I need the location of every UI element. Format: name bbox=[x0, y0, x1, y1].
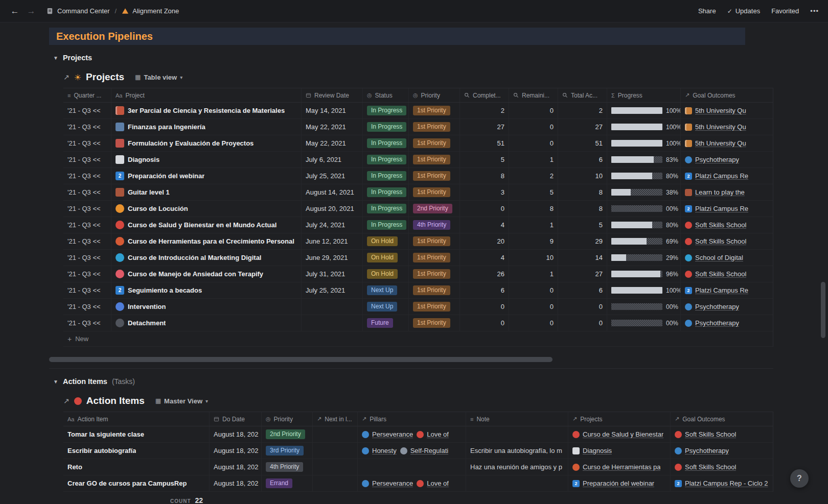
relation-item[interactable]: Honesty bbox=[362, 447, 397, 454]
cell-project[interactable]: Curso de Locución bbox=[111, 201, 302, 217]
relation-item[interactable]: 2Platzi Campus Rep - Ciclo 2 bbox=[675, 479, 768, 487]
relation-item[interactable]: 2Platzi Campus Re bbox=[685, 205, 748, 212]
column-header-project[interactable]: AaProject bbox=[111, 88, 302, 102]
column-header-goal[interactable]: ↗Goal Outcomes bbox=[681, 88, 773, 102]
cell-project[interactable]: Curso de Introducción al Marketing Digit… bbox=[111, 250, 302, 266]
cell-projects[interactable]: 2Preparación del webinar bbox=[568, 475, 671, 491]
status-badge[interactable]: On Hold bbox=[367, 253, 398, 262]
cell-status[interactable]: In Progress bbox=[363, 152, 409, 167]
projects-table-row[interactable]: '21 - Q3 <<2Preparación del webinarJuly … bbox=[63, 168, 773, 184]
column-header-total[interactable]: Total Ac... bbox=[558, 88, 607, 102]
cell-status[interactable]: In Progress bbox=[363, 184, 409, 200]
cell-status[interactable]: In Progress bbox=[363, 119, 409, 135]
projects-table-row[interactable]: '21 - Q3 <<3er Parcial de Ciencia y Resi… bbox=[63, 103, 773, 119]
relation-item[interactable]: 2Preparación del webinar bbox=[572, 479, 654, 487]
priority-badge[interactable]: 4th Priority bbox=[266, 462, 303, 472]
help-button[interactable]: ? bbox=[790, 469, 809, 488]
cell-priority[interactable]: 1st Priority bbox=[409, 282, 460, 298]
favorited-button[interactable]: Favorited bbox=[771, 7, 799, 15]
cell-status[interactable]: In Progress bbox=[363, 168, 409, 184]
cell-action-item[interactable]: Escribir autobiografía bbox=[63, 443, 210, 459]
projects-table-row[interactable]: '21 - Q3 <<DiagnosisJuly 6, 2021In Progr… bbox=[63, 152, 773, 168]
cell-priority[interactable]: 1st Priority bbox=[409, 250, 460, 266]
horizontal-scrollbar[interactable] bbox=[49, 357, 773, 362]
relation-item[interactable]: Psychotherapy bbox=[685, 303, 739, 310]
cell-project[interactable]: Diagnosis bbox=[111, 152, 302, 167]
status-badge[interactable]: In Progress bbox=[367, 204, 406, 213]
new-row-button[interactable]: + New bbox=[63, 331, 773, 347]
cell-goal-outcomes[interactable]: 2Platzi Campus Re bbox=[681, 168, 773, 184]
more-button[interactable]: ••• bbox=[810, 7, 819, 15]
cell-priority[interactable]: 1st Priority bbox=[409, 168, 460, 184]
projects-table-row[interactable]: '21 - Q3 <<DetachmentFuture1st Priority0… bbox=[63, 315, 773, 331]
actions-table-row[interactable]: Tomar la siguiente claseAugust 18, 2022n… bbox=[63, 426, 773, 443]
relation-item[interactable]: Soft Skills School bbox=[685, 270, 746, 278]
cell-priority[interactable]: Errand bbox=[262, 475, 313, 491]
priority-badge[interactable]: 1st Priority bbox=[413, 138, 450, 148]
projects-table-row[interactable]: '21 - Q3 <<Curso de Introducción al Mark… bbox=[63, 250, 773, 266]
relation-item[interactable]: 2Platzi Campus Re bbox=[685, 286, 748, 294]
projects-view-switcher[interactable]: ▦ Table view ▾ bbox=[135, 74, 182, 81]
breadcrumb-page[interactable]: Alignment Zone bbox=[132, 7, 179, 15]
cell-priority[interactable]: 4th Priority bbox=[409, 217, 460, 233]
cell-project[interactable]: Detachment bbox=[111, 315, 302, 331]
column-header-dodate[interactable]: Do Date bbox=[210, 412, 262, 426]
projects-table-row[interactable]: '21 - Q3 <<Formulación y Evaluación de P… bbox=[63, 135, 773, 152]
projects-table-row[interactable]: '21 - Q3 <<Guitar level 1August 14, 2021… bbox=[63, 184, 773, 201]
priority-badge[interactable]: 1st Priority bbox=[413, 122, 450, 132]
relation-item[interactable]: Love of bbox=[417, 430, 449, 438]
column-header-quarter[interactable]: ≡Quarter ... bbox=[63, 88, 111, 102]
cell-goal-outcomes[interactable]: Learn to play the bbox=[681, 184, 773, 200]
column-header-next[interactable]: ↗Next in l... bbox=[313, 412, 358, 426]
cell-projects[interactable]: Curso de Herramientas pa bbox=[568, 459, 671, 475]
cell-goal-outcomes[interactable]: Psychotherapy bbox=[681, 299, 773, 315]
actions-table-row[interactable]: Escribir autobiografíaAugust 18, 2023rd … bbox=[63, 443, 773, 459]
actions-view-switcher[interactable]: ▦ Master View ▾ bbox=[155, 397, 208, 405]
cell-project[interactable]: 2Seguimiento a becados bbox=[111, 282, 302, 298]
priority-badge[interactable]: 1st Priority bbox=[413, 285, 450, 295]
priority-badge[interactable]: 3rd Priority bbox=[266, 446, 304, 455]
priority-badge[interactable]: 1st Priority bbox=[413, 187, 450, 197]
relation-item[interactable]: 5th University Qu bbox=[685, 107, 746, 114]
cell-status[interactable]: Next Up bbox=[363, 282, 409, 298]
cell-status[interactable]: Next Up bbox=[363, 299, 409, 315]
relation-item[interactable]: Soft Skills School bbox=[685, 221, 746, 229]
relation-item[interactable]: Perseverance bbox=[362, 430, 413, 438]
relation-item[interactable]: Psychotherapy bbox=[685, 319, 739, 327]
column-header-date[interactable]: Review Date bbox=[302, 88, 363, 102]
relation-item[interactable]: Love of bbox=[417, 479, 449, 487]
cell-project[interactable]: Curso de Manejo de Ansiedad con Terapify bbox=[111, 266, 302, 282]
cell-goal-outcomes[interactable]: Psychotherapy bbox=[681, 152, 773, 167]
relation-item[interactable]: Soft Skills School bbox=[685, 237, 746, 245]
cell-status[interactable]: Future bbox=[363, 315, 409, 331]
status-badge[interactable]: In Progress bbox=[367, 220, 406, 230]
cell-priority[interactable]: 1st Priority bbox=[409, 315, 460, 331]
column-header-progress[interactable]: ΣProgress bbox=[607, 88, 681, 102]
horizontal-scrollbar-thumb[interactable] bbox=[49, 357, 553, 362]
share-button[interactable]: Share bbox=[698, 7, 716, 15]
projects-section-toggle[interactable]: ▼ Projects bbox=[49, 51, 828, 64]
priority-badge[interactable]: 1st Priority bbox=[413, 269, 450, 279]
cell-goal-outcomes[interactable]: 2Platzi Campus Rep - Ciclo 2 bbox=[671, 475, 773, 491]
forward-button[interactable]: → bbox=[26, 6, 37, 16]
cell-projects[interactable]: Diagnosis bbox=[568, 443, 671, 459]
cell-priority[interactable]: 4th Priority bbox=[262, 459, 313, 475]
cell-project[interactable]: Intervention bbox=[111, 299, 302, 315]
status-badge[interactable]: On Hold bbox=[367, 236, 398, 246]
cell-goal-outcomes[interactable]: 2Platzi Campus Re bbox=[681, 201, 773, 217]
projects-table-row[interactable]: '21 - Q3 <<Curso de Salud y Bienestar en… bbox=[63, 217, 773, 233]
projects-table-row[interactable]: '21 - Q3 <<InterventionNext Up1st Priori… bbox=[63, 299, 773, 315]
cell-pillars[interactable]: PerseveranceLove of bbox=[358, 426, 466, 442]
column-header-pillars[interactable]: ↗Pillars bbox=[358, 412, 466, 426]
relation-item[interactable]: Soft Skills School bbox=[675, 430, 736, 438]
status-badge[interactable]: Future bbox=[367, 318, 393, 328]
cell-goal-outcomes[interactable]: Psychotherapy bbox=[671, 443, 773, 459]
open-as-page-icon[interactable]: ↗ bbox=[63, 73, 70, 81]
cell-goal-outcomes[interactable]: Soft Skills School bbox=[681, 233, 773, 249]
cell-goal-outcomes[interactable]: Psychotherapy bbox=[681, 315, 773, 331]
priority-badge[interactable]: 1st Priority bbox=[413, 106, 450, 115]
relation-item[interactable]: Psychotherapy bbox=[685, 156, 739, 163]
cell-priority[interactable]: 2nd Priority bbox=[262, 426, 313, 442]
relation-item[interactable]: Curso de Herramientas pa bbox=[572, 463, 660, 471]
cell-goal-outcomes[interactable]: 5th University Qu bbox=[681, 135, 773, 151]
